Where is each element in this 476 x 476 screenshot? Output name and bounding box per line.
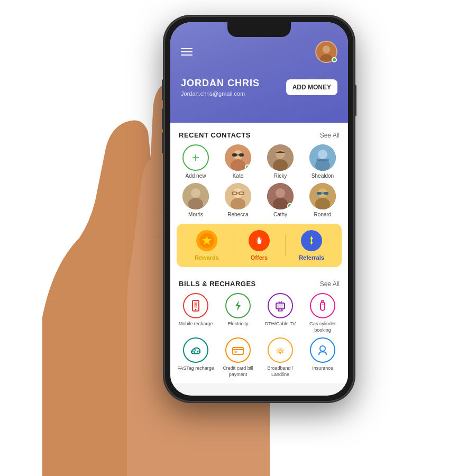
- cathy-online-dot: [287, 203, 292, 208]
- svg-rect-6: [232, 153, 237, 157]
- online-dot: [332, 57, 337, 62]
- bill-gas-cylinder[interactable]: Gas cylinder booking: [304, 293, 342, 333]
- fastag-icon: $: [183, 337, 208, 363]
- contacts-grid: + Add new: [170, 144, 348, 222]
- bills-title: BILLS & RECHARGES: [179, 280, 256, 288]
- bill-broadband[interactable]: Broadband / Landline: [261, 337, 299, 378]
- dth-tv-label: DTH/Cable TV: [265, 321, 296, 327]
- contact-avatar-shealdon: [309, 144, 336, 171]
- recent-contacts-header: RECENT CONTACTS See All: [170, 123, 348, 144]
- fastag-label: FASTag recharge: [177, 365, 214, 372]
- contact-avatar-ronard: [309, 183, 336, 209]
- scene: JORDAN CHRIS Jordan.chris@gmail.com ADD …: [0, 0, 476, 476]
- svg-point-10: [276, 150, 285, 159]
- referrals-icon: [301, 230, 322, 251]
- bill-credit-card[interactable]: Credit card bill payment: [219, 337, 257, 378]
- bills-grid: ₹ Mobile recharge: [170, 293, 348, 378]
- bills-header: BILLS & RECHARGES See All: [170, 271, 348, 293]
- contact-name-cathy: Cathy: [273, 212, 287, 217]
- notch: [227, 22, 291, 37]
- contact-avatar-morris: [182, 183, 209, 209]
- contact-ricky[interactable]: Ricky: [261, 144, 299, 179]
- user-email: Jordan.chris@gmail.com: [181, 90, 260, 97]
- add-money-button[interactable]: ADD MONEY: [286, 79, 337, 95]
- contact-name-rebecca: Rebecca: [227, 212, 248, 217]
- credit-card-icon: [225, 337, 251, 363]
- svg-rect-32: [324, 192, 328, 195]
- add-new-circle[interactable]: +: [182, 144, 209, 171]
- electricity-label: Electricity: [228, 321, 249, 327]
- kate-online-dot: [245, 164, 250, 170]
- contact-rebecca[interactable]: Rebecca: [219, 183, 257, 217]
- svg-rect-60: [233, 347, 243, 354]
- bill-insurance[interactable]: Insurance: [304, 337, 342, 378]
- promo-rewards[interactable]: Rewards: [181, 230, 233, 261]
- svg-point-1: [323, 45, 330, 53]
- dth-tv-icon: [268, 293, 293, 318]
- promotions-bar: Rewards: [177, 224, 342, 267]
- svg-marker-47: [235, 300, 241, 311]
- svg-point-58: [197, 351, 200, 354]
- credit-card-label: Credit card bill payment: [219, 365, 257, 378]
- app-header: JORDAN CHRIS Jordan.chris@gmail.com ADD …: [170, 22, 348, 123]
- promo-referrals[interactable]: Referrals: [286, 230, 337, 261]
- user-info: JORDAN CHRIS Jordan.chris@gmail.com ADD …: [181, 78, 337, 97]
- gas-cylinder-icon: [310, 293, 335, 318]
- add-new-label: Add new: [186, 173, 206, 179]
- insurance-icon: [310, 337, 335, 363]
- offers-icon: [249, 230, 270, 251]
- contact-avatar-ricky: [267, 144, 294, 171]
- svg-rect-62: [234, 351, 237, 353]
- recent-contacts-see-all[interactable]: See All: [320, 132, 340, 139]
- contact-avatar-kate: [225, 144, 251, 171]
- bills-see-all[interactable]: See All: [320, 280, 340, 288]
- gas-cylinder-label: Gas cylinder booking: [304, 321, 342, 333]
- hamburger-menu[interactable]: [181, 48, 193, 56]
- promo-offers[interactable]: Offers: [233, 230, 285, 261]
- referrals-label: Referrals: [299, 254, 324, 261]
- user-avatar-container[interactable]: [315, 41, 337, 63]
- contact-name-kate: Kate: [233, 173, 244, 179]
- broadband-label: Broadband / Landline: [261, 365, 299, 378]
- bill-mobile-recharge[interactable]: ₹ Mobile recharge: [177, 293, 215, 333]
- recent-contacts-title: RECENT CONTACTS: [179, 131, 251, 139]
- contact-cathy[interactable]: Cathy: [261, 183, 299, 217]
- contact-name-morris: Morris: [188, 212, 203, 217]
- electricity-icon: [225, 293, 251, 318]
- screen-body[interactable]: JORDAN CHRIS Jordan.chris@gmail.com ADD …: [170, 22, 348, 396]
- main-content: RECENT CONTACTS See All + Add new: [170, 123, 348, 383]
- insurance-label: Insurance: [312, 365, 333, 372]
- contact-shealdon[interactable]: Shealdon: [304, 144, 342, 179]
- bill-dth-cable-tv[interactable]: DTH/Cable TV: [261, 293, 299, 333]
- svg-point-17: [191, 188, 200, 198]
- rewards-icon: [196, 230, 217, 251]
- svg-rect-49: [277, 304, 283, 308]
- svg-point-63: [279, 352, 281, 354]
- svg-rect-7: [239, 153, 244, 157]
- contact-ronard[interactable]: Ronard: [304, 183, 342, 217]
- offers-label: Offers: [251, 254, 268, 261]
- svg-point-26: [276, 188, 285, 198]
- bill-fastag[interactable]: $ FASTag recharge: [177, 337, 215, 378]
- bill-electricity[interactable]: Electricity: [219, 293, 257, 333]
- broadband-icon: [268, 337, 293, 363]
- contact-avatar-rebecca: [225, 183, 251, 209]
- svg-point-13: [318, 150, 327, 159]
- rewards-label: Rewards: [195, 254, 219, 261]
- svg-rect-41: [311, 239, 312, 243]
- svg-text:$: $: [194, 349, 196, 352]
- contact-morris[interactable]: Morris: [177, 183, 215, 217]
- contact-name-shealdon: Shealdon: [312, 173, 334, 179]
- contact-kate[interactable]: Kate: [219, 144, 257, 179]
- contact-avatar-cathy: [267, 183, 294, 209]
- user-name: JORDAN CHRIS: [181, 78, 260, 89]
- contact-name-ronard: Ronard: [314, 212, 332, 217]
- contact-name-ricky: Ricky: [274, 173, 287, 179]
- mobile-recharge-label: Mobile recharge: [179, 321, 213, 327]
- phone-frame: JORDAN CHRIS Jordan.chris@gmail.com ADD …: [164, 16, 354, 402]
- contact-add-new[interactable]: + Add new: [177, 144, 215, 179]
- mobile-recharge-icon: ₹: [183, 293, 208, 318]
- svg-rect-38: [258, 237, 260, 240]
- svg-rect-37: [258, 240, 261, 244]
- phone-screen: JORDAN CHRIS Jordan.chris@gmail.com ADD …: [170, 22, 348, 396]
